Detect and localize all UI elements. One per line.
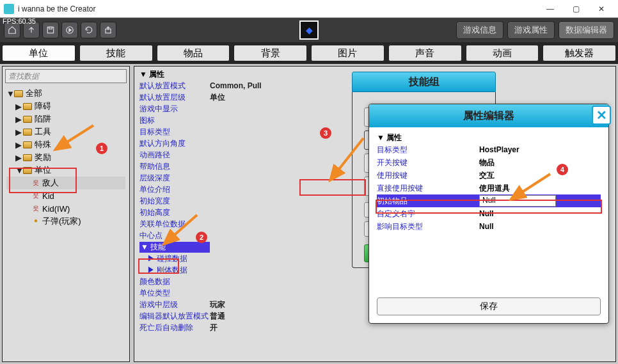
tab-game-props[interactable]: 游戏属性	[507, 21, 555, 39]
toolbar: FPS:60.35 ◆ 游戏信息 游戏属性 数据编辑器	[0, 18, 618, 42]
tree-folder[interactable]: ▶奖励	[6, 151, 125, 164]
app-icon	[4, 4, 14, 14]
refresh-icon[interactable]	[81, 22, 97, 38]
folder-icon	[23, 154, 32, 161]
fps-counter: FPS:60.35	[3, 17, 36, 25]
save-icon[interactable]	[42, 22, 59, 38]
cat-tab-anim[interactable]: 动画	[466, 45, 539, 61]
close-button[interactable]: ✕	[589, 1, 614, 17]
cat-tab-image[interactable]: 图片	[311, 45, 384, 61]
tree-folder[interactable]: ▶特殊	[6, 138, 125, 151]
cat-tab-unit[interactable]: 单位	[2, 45, 75, 61]
window-titlebar: i wanna be the Creator — ▢ ✕	[0, 0, 618, 18]
cat-tab-sound[interactable]: 声音	[388, 45, 462, 61]
tree-folder[interactable]: ▶陷阱	[6, 113, 125, 125]
cat-tab-trigger[interactable]: 触发器	[543, 45, 616, 61]
cat-tab-bg[interactable]: 背景	[234, 45, 307, 61]
tab-game-info[interactable]: 游戏信息	[456, 21, 503, 39]
property-editor-panel: 属性编辑器 ✕ ▼ 属性 目标类型HostPlayer 开关按键物品 使用按键交…	[368, 104, 609, 324]
cat-tab-item[interactable]: 物品	[157, 45, 230, 61]
maximize-button[interactable]: ▢	[563, 1, 589, 17]
tab-data-editor[interactable]: 数据编辑器	[559, 21, 614, 39]
editor-props-header: ▼ 属性	[377, 132, 601, 143]
editor-close-button[interactable]: ✕	[592, 106, 611, 125]
tree-item-kidiw[interactable]: 웃Kid(IW)	[6, 202, 125, 215]
folder-icon	[23, 103, 32, 110]
folder-icon	[23, 116, 32, 123]
play-icon[interactable]	[61, 22, 78, 38]
window-title: i wanna be the Creator	[18, 4, 537, 13]
editor-title: 属性编辑器 ✕	[369, 104, 608, 127]
center-gem-icon[interactable]: ◆	[299, 20, 319, 40]
cat-tab-skill[interactable]: 技能	[79, 45, 153, 61]
tree-item-bullet[interactable]: ●子弹(玩家)	[6, 215, 125, 228]
tree-item-enemy[interactable]: 웃敌人	[6, 177, 125, 189]
tree-root[interactable]: ▼全部	[6, 87, 125, 100]
export-icon[interactable]	[100, 22, 116, 38]
skill-panel-title: 技能组	[352, 72, 496, 92]
folder-icon	[23, 141, 32, 148]
category-tabs: 单位 技能 物品 背景 图片 声音 动画 触发器	[0, 42, 618, 64]
tree-folder[interactable]: ▶工具	[6, 125, 125, 138]
left-panel: 查找数据 ▼全部 ▶障碍 ▶陷阱 ▶工具 ▶特殊 ▶奖励 ▼单位 웃敌人 웃Ki…	[2, 66, 130, 362]
save-button[interactable]: 保存	[377, 297, 601, 315]
tree-item-kid[interactable]: 웃Kid	[6, 189, 125, 202]
initial-item-input[interactable]: Null	[479, 195, 556, 207]
svg-rect-0	[47, 27, 53, 33]
svg-rect-1	[49, 27, 52, 29]
tree-folder[interactable]: ▶障碍	[6, 100, 125, 113]
tree-folder-unit[interactable]: ▼单位	[6, 164, 125, 177]
sprite-icon: 웃	[32, 191, 40, 200]
folder-icon	[23, 129, 32, 136]
search-input[interactable]: 查找数据	[5, 69, 127, 83]
sprite-icon: ●	[32, 217, 40, 226]
data-tree: ▼全部 ▶障碍 ▶陷阱 ▶工具 ▶特殊 ▶奖励 ▼单位 웃敌人 웃Kid 웃Ki…	[3, 86, 129, 229]
minimize-button[interactable]: —	[537, 1, 563, 17]
folder-icon	[14, 90, 23, 97]
sprite-icon: 웃	[32, 178, 40, 187]
folder-icon	[23, 167, 32, 174]
editor-row-selected[interactable]: 初始物品Null	[377, 194, 601, 207]
sprite-icon: 웃	[32, 204, 40, 213]
